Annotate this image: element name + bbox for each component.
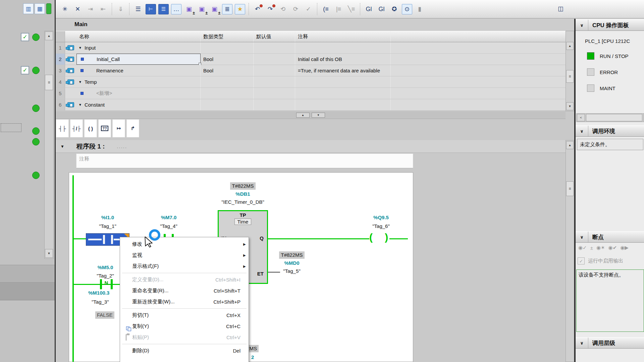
cpu-panel-hscrollbar[interactable]: <: [576, 113, 644, 122]
activate-breakpoint-icon[interactable]: ◉✔: [608, 245, 617, 251]
splitter-collapse-up-button[interactable]: ▲: [296, 113, 310, 118]
insert-branch-icon[interactable]: ⊢: [146, 4, 156, 14]
collapse-chevron-icon[interactable]: ∨: [576, 338, 588, 348]
branch-value-label[interactable]: FALSE: [95, 311, 114, 319]
column-default[interactable]: 默认值: [254, 31, 295, 42]
menu-item-copy[interactable]: 复制(Y)Ctrl+C: [120, 321, 249, 332]
type-cell[interactable]: [201, 76, 254, 87]
menu-item-paste[interactable]: 粘贴(P)Ctrl+V: [120, 332, 249, 343]
timer-db-operand[interactable]: %DB1: [222, 191, 264, 197]
contact1-tag[interactable]: "Tag_1": [88, 223, 128, 229]
enable-outputs-checkbox[interactable]: ✓: [578, 257, 585, 264]
scroll-thumb[interactable]: ≡: [566, 70, 574, 83]
scroll-thumb[interactable]: ≡: [566, 181, 574, 196]
section-breakpoints-header[interactable]: ∨ 断点: [576, 231, 644, 243]
et-operand[interactable]: %MD0: [276, 260, 308, 266]
indent-right-icon[interactable]: ⇥: [85, 4, 96, 14]
consistency-calls-icon[interactable]: ▣±: [197, 4, 207, 14]
scroll-up-button[interactable]: ▲: [566, 141, 574, 149]
free-comments-icon[interactable]: …: [171, 4, 181, 14]
timer-db-name[interactable]: "IEC_Timer_0_DB": [203, 199, 282, 205]
detail-view-button[interactable]: ▦: [35, 3, 45, 14]
tree-checkbox-1[interactable]: ✓: [21, 33, 29, 41]
contact2-tag[interactable]: "Tag_4": [149, 223, 189, 229]
project-tree-scrollbar[interactable]: ▲ ≡ ▼: [44, 31, 54, 259]
scroll-thumb[interactable]: [586, 114, 642, 121]
comment-cell[interactable]: Initial call of this OB: [295, 54, 391, 65]
cross-references-icon[interactable]: ╲≡: [346, 4, 357, 14]
menu-item-delete[interactable]: 删除(D)Del: [120, 345, 249, 356]
comment-cell[interactable]: [295, 99, 391, 110]
menu-item-rename-tag[interactable]: 重命名变量(R)...Ctrl+Shift+T: [120, 285, 249, 296]
section-call-env-header[interactable]: ∨ 调用环境: [576, 125, 644, 137]
call-structure-icon[interactable]: (≡: [321, 4, 331, 14]
access-protection-icon[interactable]: ✪: [389, 4, 399, 14]
coil-tag[interactable]: "Tag_6": [361, 223, 401, 229]
type-cell[interactable]: Bool: [201, 65, 254, 76]
retain-memory-icon[interactable]: ▮: [415, 4, 425, 14]
scroll-up-button[interactable]: ▲: [566, 42, 574, 50]
coil-symbol[interactable]: ( ): [369, 232, 393, 243]
network-header[interactable]: ▼ 程序段 1 : .....: [56, 140, 566, 153]
type-cell[interactable]: [201, 99, 254, 110]
scroll-down-button[interactable]: ▼: [45, 249, 53, 258]
expand-icon[interactable]: ▼: [78, 103, 82, 107]
enable-breakpoint-icon[interactable]: ◉✓: [578, 245, 587, 251]
float-editor-icon[interactable]: ◫: [555, 3, 566, 14]
default-cell[interactable]: [254, 88, 295, 99]
block-datatype[interactable]: Time: [219, 219, 267, 225]
default-cell[interactable]: [254, 54, 295, 65]
et-preset-label[interactable]: T#822MS: [276, 251, 308, 259]
expand-icon[interactable]: ▼: [78, 46, 82, 50]
branch-operand2[interactable]: %M100.3: [88, 290, 109, 296]
branch-tag2[interactable]: "Tag_3": [92, 299, 109, 305]
scroll-down-button[interactable]: ▼: [566, 102, 574, 110]
new-breakpoint-icon[interactable]: ◉✶: [596, 245, 605, 251]
absolute-operands-icon[interactable]: ☰: [133, 4, 143, 14]
network-collapse-icon[interactable]: ▼: [60, 144, 64, 149]
network-display-icon[interactable]: ☰: [158, 4, 169, 14]
timer-preset-label[interactable]: T#822MS: [222, 182, 264, 190]
collapse-chevron-icon[interactable]: ∨: [576, 20, 588, 31]
favorites-icon[interactable]: ★: [235, 4, 245, 14]
contact2-operand[interactable]: %M7.0: [149, 215, 189, 220]
type-cell[interactable]: Bool: [201, 54, 254, 65]
n-contact-bar-right[interactable]: [111, 279, 113, 289]
coil-operand[interactable]: %Q9.5: [361, 215, 401, 220]
comment-cell[interactable]: [295, 76, 391, 87]
table-row[interactable]: 1 ▼Input: [56, 42, 566, 54]
name-cell[interactable]: <新增>: [76, 88, 201, 99]
name-cell[interactable]: ▼Constant: [76, 99, 201, 110]
monitor-once-icon[interactable]: Gl: [376, 4, 387, 14]
add-new-variable[interactable]: <新增>: [96, 90, 112, 97]
scroll-up-button[interactable]: ▲: [45, 32, 53, 40]
collapsed-panel-row-1[interactable]: [0, 265, 55, 283]
insert-network-icon[interactable]: ✳: [60, 4, 70, 14]
column-datatype[interactable]: 数据类型: [201, 31, 254, 42]
sync-block-calls-icon[interactable]: ▣±: [209, 4, 220, 14]
contact1-operand[interactable]: %I1.0: [88, 215, 128, 220]
name-cell-selected[interactable]: Initial_Call: [76, 54, 201, 65]
apply-actual-values-icon[interactable]: ✓: [303, 4, 314, 14]
scroll-thumb[interactable]: ≡: [45, 75, 53, 90]
table-editor-splitter[interactable]: ▲ ▼: [56, 111, 566, 119]
redo-discard-icon[interactable]: ↷: [265, 4, 275, 14]
update-block-calls-icon[interactable]: ▣±: [184, 4, 194, 14]
delete-network-icon[interactable]: ✕: [72, 4, 83, 14]
column-comment[interactable]: 注释: [295, 31, 391, 42]
table-row[interactable]: 2 Initial_Call Bool Initial call of this…: [56, 54, 566, 65]
menu-item-define-tag[interactable]: 定义变量(D)...Ctrl+Shift+I: [120, 274, 249, 285]
branch-operand[interactable]: %M5.0: [85, 264, 125, 270]
menu-item-display-format[interactable]: 显示格式(F)▶: [120, 261, 249, 272]
menu-item-modify[interactable]: 修改▶: [120, 239, 249, 250]
collapse-chevron-icon[interactable]: ∨: [576, 232, 588, 242]
menu-item-cut[interactable]: 剪切(T)Ctrl+X: [120, 310, 249, 321]
load-snapshot-icon[interactable]: ⟲: [278, 4, 288, 14]
network-comment-input[interactable]: 注释: [76, 154, 413, 168]
name-cell[interactable]: ▼Input: [76, 42, 201, 53]
download-to-device-icon[interactable]: ⇓: [115, 4, 126, 14]
insert-empty-box-button[interactable]: ??: [98, 119, 111, 137]
collapsed-panel-row-2[interactable]: [0, 283, 55, 300]
tree-checkbox-2[interactable]: ✓: [21, 66, 29, 74]
monitor-all-icon[interactable]: Gl: [364, 4, 374, 14]
